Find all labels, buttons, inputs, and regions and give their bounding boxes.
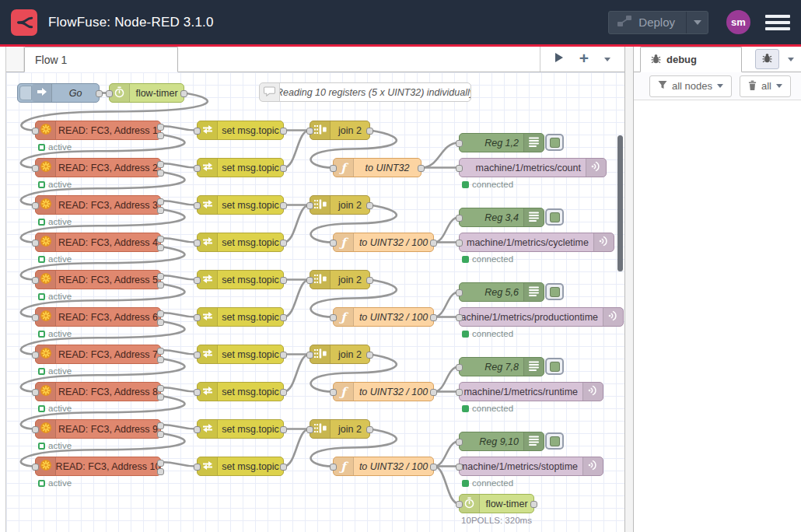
- port-in[interactable]: [32, 314, 39, 321]
- port-in[interactable]: [194, 464, 201, 471]
- flow-node-read10[interactable]: READ: FC3, Address 10active: [35, 457, 161, 476]
- port-in[interactable]: [330, 389, 337, 396]
- port-out[interactable]: [430, 314, 437, 321]
- wire[interactable]: [161, 462, 197, 467]
- wire[interactable]: [161, 126, 197, 131]
- port-in[interactable]: [194, 277, 201, 284]
- port-out[interactable]: [157, 460, 164, 467]
- flow-node-timer-top[interactable]: flow-timer: [109, 83, 184, 103]
- port-in[interactable]: [194, 352, 201, 359]
- flow-node-func3[interactable]: ƒto UINT32 / 100: [333, 307, 434, 327]
- tab-debug[interactable]: debug: [640, 47, 742, 72]
- port-in[interactable]: [456, 389, 463, 396]
- port-in[interactable]: [456, 289, 463, 296]
- port-in[interactable]: [330, 240, 337, 247]
- port-out[interactable]: [157, 236, 164, 243]
- inject-button[interactable]: [19, 86, 32, 100]
- canvas-vertical-scrollbar[interactable]: [617, 135, 623, 271]
- flow-node-go[interactable]: Go: [17, 83, 100, 103]
- flow-node-read1[interactable]: READ: FC3, Address 1active: [35, 121, 161, 140]
- port-out[interactable]: [280, 202, 287, 209]
- port-out[interactable]: [157, 170, 164, 177]
- port-out[interactable]: [157, 207, 164, 214]
- port-out[interactable]: [280, 165, 287, 172]
- flow-node-read3[interactable]: READ: FC3, Address 3active: [35, 195, 161, 215]
- tab-flow-1[interactable]: Flow 1: [24, 47, 178, 72]
- port-out[interactable]: [280, 277, 287, 284]
- port-out[interactable]: [280, 426, 287, 433]
- port-in[interactable]: [306, 352, 313, 359]
- flow-node-set9[interactable]: set msg.topic: [197, 419, 284, 439]
- flow-node-read7[interactable]: READ: FC3, Address 7active: [35, 345, 161, 364]
- port-out[interactable]: [157, 124, 164, 131]
- port-in[interactable]: [32, 389, 39, 396]
- port-out[interactable]: [280, 128, 287, 135]
- debug-toggle-button[interactable]: [545, 134, 564, 151]
- port-out[interactable]: [180, 90, 187, 97]
- flow-node-set4[interactable]: set msg.topic: [197, 233, 284, 252]
- flow-node-join5[interactable]: join 2: [310, 419, 370, 439]
- port-out[interactable]: [366, 426, 373, 433]
- port-in[interactable]: [330, 464, 337, 471]
- flow-node-set6[interactable]: set msg.topic: [197, 307, 284, 327]
- add-flow-button[interactable]: +: [579, 50, 589, 66]
- port-in[interactable]: [32, 352, 39, 359]
- wire[interactable]: [161, 387, 197, 392]
- port-in[interactable]: [306, 128, 313, 135]
- flow-node-func2[interactable]: ƒto UINT32 / 100: [333, 233, 434, 252]
- port-in[interactable]: [456, 501, 463, 508]
- wire[interactable]: [434, 218, 459, 243]
- port-in[interactable]: [194, 165, 201, 172]
- port-in[interactable]: [32, 277, 39, 284]
- flow-node-mqtt4[interactable]: machine/1/metrics/runtimeconnected: [459, 382, 603, 401]
- flow-node-read9[interactable]: READ: FC3, Address 9active: [35, 419, 161, 439]
- port-out[interactable]: [366, 128, 373, 135]
- wire[interactable]: [284, 355, 310, 392]
- flow-node-dbg4[interactable]: Reg 7,8: [459, 357, 544, 376]
- port-out[interactable]: [96, 90, 103, 97]
- port-out[interactable]: [280, 352, 287, 359]
- port-out[interactable]: [280, 464, 287, 471]
- debug-toggle-button[interactable]: [545, 432, 564, 450]
- wire[interactable]: [434, 442, 459, 467]
- port-out[interactable]: [157, 244, 164, 251]
- port-out[interactable]: [366, 277, 373, 284]
- debug-toggle-button[interactable]: [545, 283, 564, 300]
- port-out[interactable]: [157, 348, 164, 355]
- wire[interactable]: [284, 205, 310, 243]
- flow-node-mqtt5[interactable]: machine/1/metrics/stoptimeconnected: [459, 457, 603, 476]
- wire[interactable]: [161, 425, 197, 429]
- port-in[interactable]: [194, 426, 201, 433]
- port-out[interactable]: [157, 132, 164, 139]
- deploy-options-button[interactable]: [686, 12, 708, 33]
- flow-node-mqtt2[interactable]: machine/1/metrics/cycletimeconnected: [459, 233, 614, 252]
- wire[interactable]: [434, 292, 459, 317]
- port-out[interactable]: [157, 356, 164, 363]
- wire[interactable]: [284, 280, 310, 317]
- wire[interactable]: [161, 313, 197, 317]
- wire[interactable]: [434, 467, 459, 504]
- port-in[interactable]: [330, 165, 337, 172]
- port-in[interactable]: [456, 215, 463, 222]
- port-in[interactable]: [456, 314, 463, 321]
- sidebar-menu-chevron-icon[interactable]: [788, 58, 794, 61]
- port-out[interactable]: [430, 240, 437, 247]
- flow-node-func4[interactable]: ƒto UINT32 / 100: [333, 382, 434, 401]
- flow-node-mqtt3[interactable]: machine/1/metrics/productiontimeconnecte…: [459, 307, 624, 327]
- flow-node-dbg3[interactable]: Reg 5,6: [459, 282, 544, 302]
- flow-list-chevron-icon[interactable]: [604, 58, 610, 61]
- wire[interactable]: [161, 163, 197, 168]
- flow-node-func5[interactable]: ƒto UINT32 / 100: [333, 457, 434, 476]
- main-menu-button[interactable]: [765, 15, 790, 30]
- wire[interactable]: [434, 367, 459, 392]
- deploy-button[interactable]: Deploy: [608, 11, 708, 34]
- port-out[interactable]: [157, 310, 164, 317]
- port-out[interactable]: [157, 431, 164, 438]
- flow-node-dbg2[interactable]: Reg 3,4: [459, 208, 544, 227]
- port-out[interactable]: [157, 422, 164, 429]
- port-out[interactable]: [430, 464, 437, 471]
- port-out[interactable]: [280, 314, 287, 321]
- port-in[interactable]: [456, 140, 463, 147]
- port-in[interactable]: [194, 314, 201, 321]
- debug-clear-button[interactable]: all: [740, 75, 791, 97]
